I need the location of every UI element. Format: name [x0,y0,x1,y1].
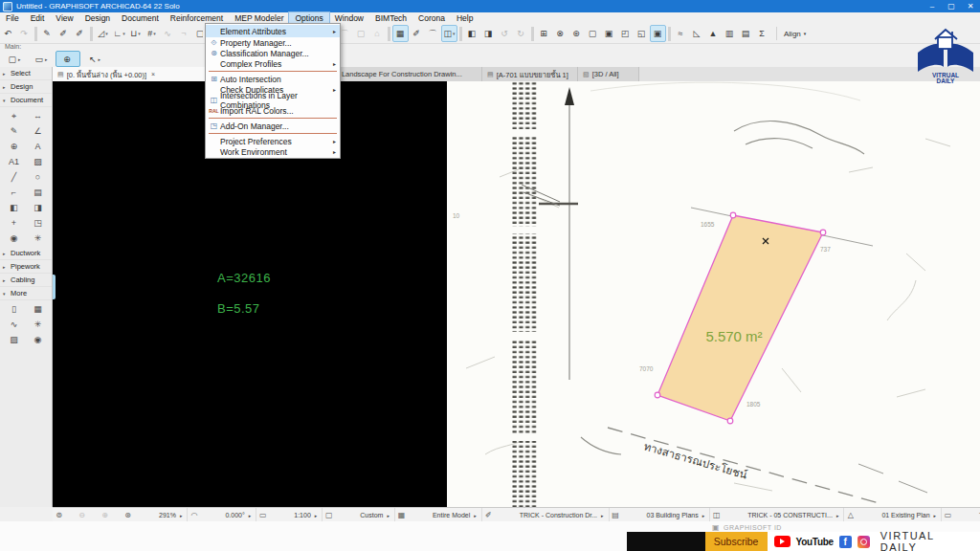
toolbar-button[interactable]: ⊗ [552,25,568,42]
toolbar-button[interactable]: ▤ [738,25,754,42]
toolbar-button[interactable]: Σ [754,25,770,42]
tool-button[interactable]: ✳ [26,317,50,332]
menubar-item[interactable]: File [0,12,25,24]
statusbar-segment[interactable]: Custom ▸ [345,508,395,522]
tool-button[interactable]: ⊕ [2,139,26,154]
statusbar-segment[interactable]: ◫ [710,508,733,522]
menu-item[interactable]: Complex Profiles ▸ [206,58,340,69]
toolbar-button[interactable]: ✐ [72,25,88,42]
vertex-node[interactable] [730,212,736,218]
toolbar-button[interactable]: ◿ ▾ [95,25,111,42]
tool-button[interactable]: ╱ [2,169,26,185]
statusbar-segment[interactable]: ⊖ [76,508,99,522]
youtube-icon[interactable] [774,536,791,547]
toolbar-button[interactable]: ▥ [722,25,738,42]
menu-item[interactable]: ⊞ Auto Intersection [206,74,340,84]
toolbar-button[interactable] [459,27,462,41]
toolbar-button[interactable]: ◧ [464,25,480,42]
toolbar-button[interactable] [531,27,534,41]
document-tab[interactable]: ▧ [3D / All] [578,67,639,81]
panel-resize-handle[interactable] [53,275,56,299]
statusbar-segment[interactable]: 1:100 ▸ [279,508,323,522]
tool-button[interactable]: ◧ [2,200,26,215]
tool-button[interactable]: ▦ [26,301,50,317]
toolbar-button[interactable]: ↻ [513,25,529,42]
palette-button[interactable]: ▢ ▸ [2,51,27,67]
palette-button[interactable]: ↖ ▸ [82,51,107,67]
statusbar-segment[interactable]: △ [844,508,867,522]
parcel-area-label[interactable]: 5.570 m² [705,328,762,344]
menubar-item[interactable]: BIMTech [369,12,412,24]
toolbar-button[interactable]: ◰ [617,25,634,42]
toolbar-button[interactable]: ↷ [16,25,33,42]
tool-button[interactable]: ▨ [2,332,26,347]
statusbar-segment[interactable]: ▦ [395,508,418,522]
menubar-item[interactable]: Corona [412,12,451,24]
tool-button[interactable]: ▨ [26,154,50,169]
statusbar-segment[interactable]: TRICK - Plain Millimeter ▸ [965,508,980,522]
menu-item[interactable]: RAL Import RAL Colors... [206,105,340,116]
close-button[interactable]: ✕ [961,0,980,12]
tool-button[interactable]: ∠ [26,123,50,139]
menu-item[interactable] [209,118,337,119]
tool-button[interactable]: A [26,139,50,154]
toolbar-button[interactable] [668,27,671,41]
menubar-item[interactable]: Help [451,12,479,24]
minimize-button[interactable]: – [923,0,942,12]
palette-button[interactable]: ▭ ▸ [29,51,54,67]
toolbar-button[interactable]: ✐ [409,25,425,42]
vertex-node[interactable] [655,392,660,398]
toolbar-button[interactable]: ▣ [650,25,666,42]
toolbar-button[interactable]: ▦ [392,25,409,42]
statusbar-segment[interactable]: 03 Building Plans ▸ [633,508,711,522]
menu-item[interactable]: Work Environment ▸ [206,146,340,157]
toolbox-section-design[interactable]: ▸ Design [0,80,52,94]
toolbar-button[interactable]: ⊛ [568,25,585,42]
menu-item[interactable]: Project Preferences ▸ [206,136,340,146]
tool-button[interactable]: A1 [2,154,26,169]
toolbar-button[interactable]: ≈ [673,25,689,42]
toolbar-button[interactable] [34,27,37,41]
tab-close-icon[interactable]: × [151,71,155,77]
menu-item[interactable] [209,71,337,72]
tool-button[interactable]: ∿ [2,317,26,332]
statusbar-segment[interactable]: 0.000° ▸ [211,508,256,522]
statusbar-segment[interactable]: ▭ [942,508,965,522]
tool-button[interactable]: ✳ [26,231,50,246]
document-tab[interactable]: ▤ 3 Landscape For Construction Drawin... [322,67,482,81]
tool-button[interactable]: ▯ [2,301,26,317]
subscribe-button[interactable]: Subscribe [705,532,768,551]
tool-button[interactable]: ◨ [26,200,50,215]
statusbar-segment[interactable]: Entire Model ▸ [418,508,482,522]
menubar-item[interactable]: Edit [25,12,51,24]
toolbar-button[interactable]: ⌂ [369,25,386,42]
tool-button[interactable]: ↔ [26,108,50,123]
menubar-item[interactable]: View [50,12,78,24]
statusbar-segment[interactable]: ⊚ [53,508,76,522]
tool-button[interactable]: + [2,215,26,231]
tool-button[interactable]: ○ [26,169,50,185]
toolbar-button[interactable]: ↶ [0,25,16,42]
instagram-icon[interactable] [858,536,870,548]
statusbar-segment[interactable]: ⊛ [122,508,145,522]
toolbar-button[interactable]: ⊔ ▾ [127,25,144,42]
toolbar-button[interactable]: ¬ [176,25,192,42]
toolbar-button[interactable]: ✐ [56,25,72,42]
toolbar-button[interactable]: # ▾ [144,25,160,42]
statusbar-segment[interactable]: 01 Existing Plan ▸ [867,508,942,522]
menubar-item[interactable]: Document [116,12,165,24]
tool-button[interactable]: ⌖ [2,108,26,123]
toolbox-section-select[interactable]: ▸ Select [0,67,52,80]
statusbar-segment[interactable]: ▢ [323,508,345,522]
statusbar-segment[interactable]: ▤ [610,508,633,522]
toolbar-button[interactable]: ∟ ▾ [111,25,127,42]
menu-item[interactable]: ◳ Add-On Manager... [206,121,340,131]
toolbar-button[interactable] [90,27,93,41]
toolbar-button[interactable]: ✎ [39,25,56,42]
toolbar-button[interactable]: ↺ [497,25,513,42]
canvas-text-a[interactable]: A=32616 [217,271,271,285]
canvas-text-b[interactable]: B=5.57 [217,301,260,316]
menu-item[interactable] [209,133,337,134]
toolbar-button[interactable] [388,27,390,41]
palette-button[interactable]: ⊕ [56,51,80,67]
